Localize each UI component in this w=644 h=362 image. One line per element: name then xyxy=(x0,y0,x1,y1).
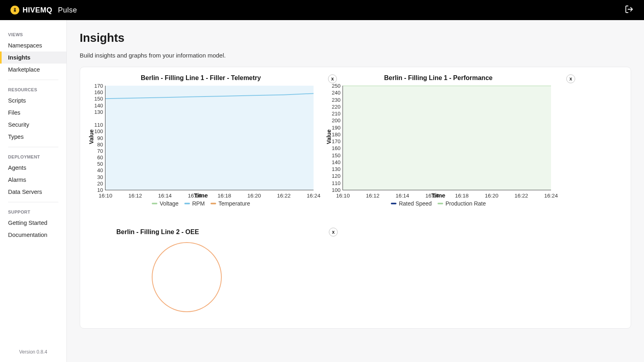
chart-telemetry-title: Berlin - Filling Line 1 - Filler - Telem… xyxy=(88,74,314,82)
ytick: 50 xyxy=(92,161,103,167)
sidebar-version: Version 0.8.4 xyxy=(0,342,66,362)
ytick: 220 xyxy=(329,103,341,109)
legend-swatch-icon xyxy=(391,203,396,204)
legend-item: Production Rate xyxy=(438,200,486,207)
insights-card: Berlin - Filling Line 1 - Filler - Telem… xyxy=(80,67,631,329)
sidebar-group-views: VIEWS xyxy=(0,30,66,39)
legend-swatch-icon xyxy=(152,203,157,204)
chart-performance-svg xyxy=(343,86,551,190)
ytick: 100 xyxy=(92,128,103,134)
legend-label: RPM xyxy=(192,200,205,207)
legend-label: Production Rate xyxy=(446,200,486,207)
xtick: 16:20 xyxy=(247,193,261,199)
sidebar-separator xyxy=(8,202,58,202)
sidebar-item-security[interactable]: Security xyxy=(0,119,66,131)
sidebar-item-data-servers[interactable]: Data Servers xyxy=(0,186,66,198)
xtick: 16:18 xyxy=(455,193,469,199)
legend-item: Temperature xyxy=(211,200,250,207)
ytick: 190 xyxy=(329,124,341,130)
sidebar-item-documentation[interactable]: Documentation xyxy=(0,229,66,241)
ytick: 180 xyxy=(329,131,341,137)
ytick: 200 xyxy=(329,117,341,123)
xtick: 16:10 xyxy=(99,193,112,199)
ytick: 160 xyxy=(329,145,341,151)
xtick: 16:22 xyxy=(277,193,291,199)
legend-item: Rated Speed xyxy=(391,200,432,207)
chart-performance: Berlin - Filling Line 1 - Performance x … xyxy=(326,74,551,207)
brand-main-text: HIVEMQ xyxy=(23,6,52,14)
sidebar-item-agents[interactable]: Agents xyxy=(0,162,66,174)
brand-sub-text: Pulse xyxy=(58,6,77,14)
sidebar-item-scripts[interactable]: Scripts xyxy=(0,95,66,107)
sidebar-item-insights[interactable]: Insights xyxy=(0,51,66,64)
ytick: 30 xyxy=(92,174,103,180)
ytick: 100 xyxy=(329,187,341,193)
ytick: 210 xyxy=(329,111,341,117)
ytick: 160 xyxy=(92,89,103,95)
sidebar-item-getting-started[interactable]: Getting Started xyxy=(0,217,66,229)
legend-item: Voltage xyxy=(152,200,179,207)
ytick: 130 xyxy=(92,109,103,115)
legend-label: Rated Speed xyxy=(399,200,432,207)
ytick: 150 xyxy=(329,152,341,158)
chart-performance-plot: 1001101201301401501601701801902002102202… xyxy=(343,86,551,190)
ytick: 150 xyxy=(92,96,103,102)
sidebar-separator xyxy=(8,80,58,80)
ytick: 140 xyxy=(92,102,103,108)
xtick: 16:22 xyxy=(514,193,528,199)
xtick: 16:18 xyxy=(218,193,231,199)
app-header: HIVEMQ Pulse xyxy=(0,0,644,20)
ytick: 40 xyxy=(92,167,103,173)
xtick: 16:20 xyxy=(485,193,498,199)
xtick: 16:10 xyxy=(336,193,350,199)
sidebar-group-resources: RESOURCES xyxy=(0,85,66,95)
xtick: 16:16 xyxy=(425,193,439,199)
chart-telemetry-plot: 1020304050607080901001101301401501601701… xyxy=(105,86,314,190)
svg-point-0 xyxy=(14,8,16,10)
legend-label: Temperature xyxy=(219,200,250,207)
legend-swatch-icon xyxy=(184,203,190,204)
chart-oee-close-button[interactable]: x xyxy=(329,228,338,237)
chart-oee: Berlin - Filling Line 2 - OEE x xyxy=(88,228,285,312)
ytick: 90 xyxy=(92,135,103,141)
ytick: 60 xyxy=(92,154,103,160)
sidebar-item-marketplace[interactable]: Marketplace xyxy=(0,64,66,76)
main-content: Insights Build insights and graphs from … xyxy=(67,20,644,362)
sidebar-item-files[interactable]: Files xyxy=(0,107,66,119)
sidebar-item-types[interactable]: Types xyxy=(0,131,66,143)
svg-rect-2 xyxy=(105,86,314,190)
sidebar-separator xyxy=(8,147,58,147)
chart-telemetry: Berlin - Filling Line 1 - Filler - Telem… xyxy=(88,74,314,207)
ytick: 170 xyxy=(329,138,341,144)
ytick: 130 xyxy=(329,166,341,172)
ytick: 120 xyxy=(329,173,341,179)
legend-item: RPM xyxy=(184,200,205,207)
sidebar-item-namespaces[interactable]: Namespaces xyxy=(0,39,66,51)
ytick: 110 xyxy=(329,180,341,186)
legend-swatch-icon xyxy=(211,203,216,204)
brand: HIVEMQ Pulse xyxy=(10,6,77,14)
ytick: 250 xyxy=(329,83,341,89)
chart-telemetry-legend: Voltage RPM Temperature xyxy=(88,200,314,207)
sidebar-item-alarms[interactable]: Alarms xyxy=(0,174,66,186)
sidebar: VIEWS Namespaces Insights Marketplace RE… xyxy=(0,20,67,362)
chart-oee-circle xyxy=(152,242,222,312)
xtick: 16:12 xyxy=(128,193,142,199)
xtick: 16:12 xyxy=(366,193,380,199)
page-title: Insights xyxy=(80,31,631,45)
ytick: 10 xyxy=(92,187,103,193)
logout-icon[interactable] xyxy=(625,5,634,15)
ytick: 70 xyxy=(92,148,103,154)
ytick: 170 xyxy=(92,83,103,89)
sidebar-group-support: SUPPORT xyxy=(0,207,66,217)
page-description: Build insights and graphs from your info… xyxy=(80,52,631,59)
chart-performance-close-button[interactable]: x xyxy=(566,74,575,83)
ytick: 140 xyxy=(329,159,341,165)
xtick: 16:24 xyxy=(307,193,320,199)
chart-performance-legend: Rated Speed Production Rate xyxy=(326,200,551,207)
legend-swatch-icon xyxy=(438,203,443,204)
ytick: 230 xyxy=(329,97,341,103)
chart-oee-title: Berlin - Filling Line 2 - OEE xyxy=(88,228,285,236)
xtick: 16:16 xyxy=(188,193,202,199)
ytick: 240 xyxy=(329,90,341,96)
